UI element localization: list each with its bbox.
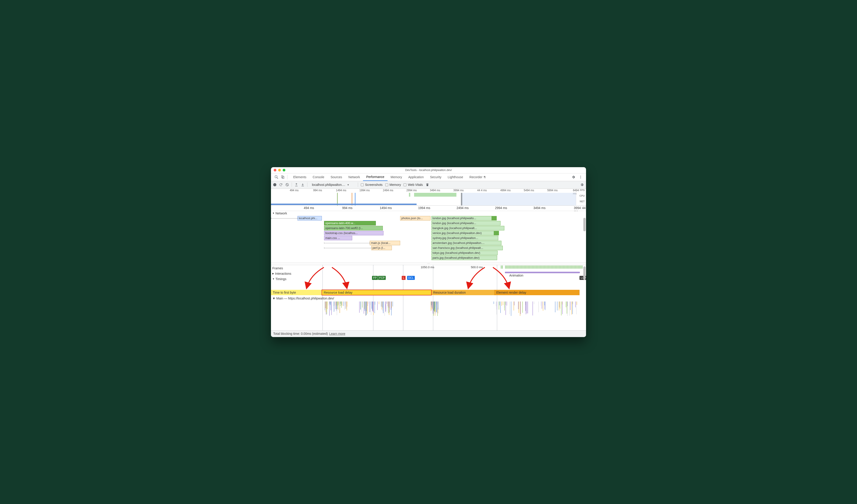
timing-badge-fp[interactable]: FP — [372, 276, 377, 280]
scrollbar-thumb[interactable] — [583, 218, 586, 231]
tab-security[interactable]: Security — [427, 173, 445, 181]
frames-track[interactable]: 1050.0 ms500.0 msAnimation — [293, 266, 583, 269]
window-title: DevTools - localhost.philipwalton.dev/ — [271, 169, 586, 172]
tab-performance[interactable]: Performance — [363, 173, 387, 181]
network-resource-bar[interactable]: main.css ... — [324, 236, 352, 240]
network-resource-bar[interactable]: bangkok.jpg (localhost.philipwalt... — [432, 226, 504, 230]
network-resource-bar[interactable]: main.js (local... — [370, 241, 400, 245]
trash-icon[interactable] — [425, 183, 429, 186]
network-resource-bar[interactable]: london.jpg (localhost.philipwalto... — [432, 221, 501, 225]
network-track[interactable]: ▼Network localhost.phi...opensans-latin-… — [271, 211, 586, 263]
reload-record-icon[interactable] — [279, 183, 283, 186]
flamechart-time-ruler[interactable]: 44 494 ms994 ms1494 ms1994 ms2494 ms2994… — [271, 206, 586, 211]
network-resource-bar[interactable]: opensans-latin-700.woff2 (l... — [324, 226, 383, 230]
interactions-track-header[interactable]: ▶Interactions — [271, 271, 291, 276]
network-resource-bar[interactable]: photos.json (lo... — [400, 216, 431, 220]
svg-point-4 — [581, 177, 581, 178]
main-thread-header[interactable]: ▼Main — https://localhost.philipwalton.d… — [272, 297, 334, 300]
frames-track-header[interactable]: Frames — [271, 266, 283, 271]
svg-point-3 — [581, 176, 581, 177]
tab-sources[interactable]: Sources — [327, 173, 345, 181]
tab-application[interactable]: Application — [405, 173, 427, 181]
lcp-subpart[interactable]: Element render delay — [494, 290, 579, 295]
lcp-subpart[interactable]: Resource load duration — [432, 290, 494, 295]
overview-lane-fps: FPS — [576, 189, 586, 195]
lcp-subparts-bar[interactable]: Time to first byteResource load delayRes… — [271, 290, 583, 295]
svg-rect-2 — [283, 177, 284, 179]
network-track-header[interactable]: ▼Network — [271, 211, 586, 216]
network-resource-bar[interactable]: paris.jpg (localhost.philipwalton.dev) — [432, 256, 497, 260]
main-thread-track[interactable] — [271, 302, 583, 319]
network-resource-bar[interactable]: london.jpg (localhost.philipwalto... — [432, 216, 497, 220]
learn-more-link[interactable]: Learn more — [329, 332, 346, 335]
devtools-window: DevTools - localhost.philipwalton.dev/ E… — [271, 167, 586, 337]
tab-memory[interactable]: Memory — [388, 173, 405, 181]
status-bar: Total blocking time: 0.00ms (estimated) … — [271, 330, 586, 337]
settings-gear-icon[interactable] — [572, 175, 575, 179]
overview-minimap[interactable]: 494 ms994 ms1494 ms1994 ms2494 ms2994 ms… — [271, 189, 586, 206]
scrollbar-thumb[interactable] — [583, 266, 586, 280]
timings-track[interactable]: FPFCPLDCLLCP — [271, 276, 583, 285]
network-resource-bar[interactable]: sydney.jpg (localhost.philipwalton... — [432, 236, 498, 240]
profile-url-text: localhost.philipwalton.... — [312, 183, 345, 186]
network-resource-bar[interactable]: localhost.phi... — [298, 216, 322, 220]
overview-lane-net: NET — [576, 200, 586, 206]
tab-network[interactable]: Network — [345, 173, 363, 181]
flask-icon: ⚗ — [483, 175, 486, 179]
clear-icon[interactable] — [285, 183, 289, 186]
tab-lighthouse[interactable]: Lighthouse — [444, 173, 466, 181]
timing-badge-l[interactable]: L — [402, 276, 405, 280]
tab-console[interactable]: Console — [309, 173, 327, 181]
memory-checkbox[interactable]: Memory — [385, 183, 401, 186]
network-resource-bar[interactable]: tokyo.jpg (localhost.philipwalton.dev) — [432, 251, 498, 255]
dropdown-triangle-icon: ▼ — [347, 184, 349, 186]
kebab-menu-icon[interactable] — [579, 175, 583, 179]
timing-badge-dcl[interactable]: DCL — [407, 276, 415, 280]
blocking-time-text: Total blocking time: 0.00ms (estimated) — [273, 332, 328, 335]
performance-toolbar: localhost.philipwalton.... ▼ Screenshots… — [271, 181, 586, 189]
svg-point-5 — [581, 178, 581, 179]
svg-rect-1 — [282, 175, 283, 178]
network-resource-bar[interactable]: bootstrap.css (localhos... — [324, 231, 383, 235]
overview-lane-cpu: CPU — [576, 195, 586, 200]
capture-settings-gear-icon[interactable] — [580, 183, 584, 186]
network-resource-bar[interactable]: opensans-latin-400.w... — [324, 221, 376, 225]
upload-profile-icon[interactable] — [295, 183, 298, 186]
download-profile-icon[interactable] — [301, 183, 304, 186]
pane-splitter[interactable]: ⋯ — [271, 263, 586, 265]
network-resource-bar[interactable]: perf.js (l... — [371, 246, 392, 250]
device-toolbar-icon[interactable] — [281, 175, 284, 179]
inspect-element-icon[interactable] — [274, 175, 278, 179]
tab-elements[interactable]: Elements — [290, 173, 309, 181]
traffic-lights — [274, 169, 285, 171]
network-resource-bar[interactable]: amsterdam.jpg (localhost.philipwalton...… — [432, 241, 501, 245]
screenshots-checkbox[interactable]: Screenshots — [361, 183, 383, 186]
flamechart-lower[interactable]: Frames 1050.0 ms500.0 msAnimation ▶Inter… — [271, 265, 586, 330]
maximize-window-button[interactable] — [283, 169, 285, 171]
minimize-window-button[interactable] — [278, 169, 281, 171]
close-window-button[interactable] — [274, 169, 276, 171]
window-titlebar: DevTools - localhost.philipwalton.dev/ — [271, 167, 586, 173]
tab-recorder[interactable]: Recorder ⚗ — [466, 173, 489, 181]
timing-badge-fcp[interactable]: FCP — [378, 276, 386, 280]
profile-url-select[interactable]: localhost.philipwalton.... ▼ — [310, 183, 355, 187]
network-resource-bar[interactable]: venice.jpg (localhost.philipwalton.dev) — [432, 231, 499, 235]
panel-tabs: Elements Console Sources Network Perform… — [271, 173, 586, 181]
lcp-subpart[interactable]: Resource load delay — [322, 290, 431, 295]
web-vitals-checkbox[interactable]: Web Vitals — [404, 183, 423, 186]
lcp-subpart[interactable]: Time to first byte — [271, 290, 322, 295]
record-button[interactable] — [273, 183, 276, 186]
network-resource-bar[interactable]: san-francisco.jpg (localhost.philipwalt.… — [432, 246, 503, 250]
